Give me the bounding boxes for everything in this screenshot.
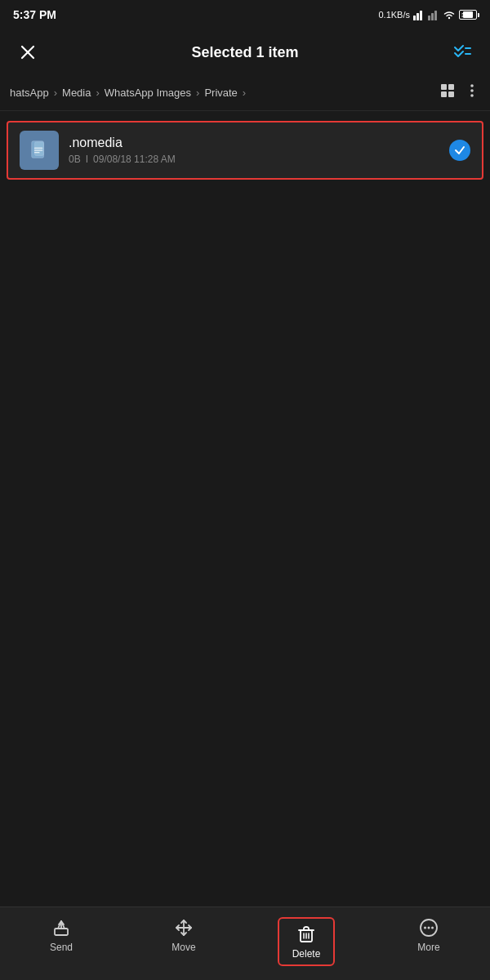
breadcrumb-actions	[439, 82, 480, 103]
delete-action[interactable]: Delete	[278, 917, 335, 966]
svg-point-33	[424, 927, 426, 929]
bottom-action-bar: Send Move Delete More	[0, 906, 490, 980]
svg-rect-3	[428, 16, 430, 20]
svg-point-34	[428, 927, 430, 929]
file-size: 0B	[69, 154, 81, 165]
breadcrumb: hatsApp › Media › WhatsApp Images › Priv…	[0, 75, 490, 111]
header-title: Selected 1 item	[42, 44, 448, 61]
file-meta-sep: I	[86, 154, 88, 165]
svg-point-15	[470, 84, 474, 87]
breadcrumb-sep-2: ›	[96, 87, 99, 99]
move-action[interactable]: Move	[155, 917, 212, 953]
battery-icon: 32	[459, 10, 477, 20]
breadcrumb-sep-1: ›	[54, 87, 57, 99]
checklist-icon	[452, 42, 472, 62]
svg-rect-0	[413, 16, 416, 20]
send-action[interactable]: Send	[33, 917, 90, 953]
breadcrumb-part-2[interactable]: Media	[62, 87, 91, 99]
delete-label: Delete	[292, 948, 321, 960]
file-list: .nomedia 0B I 09/08/18 11:28 AM	[0, 111, 490, 189]
more-options-button[interactable]	[464, 82, 480, 103]
svg-point-35	[431, 927, 434, 929]
breadcrumb-sep-3: ›	[196, 87, 199, 99]
svg-rect-2	[420, 11, 422, 20]
breadcrumb-part-4[interactable]: Private	[204, 87, 237, 99]
svg-point-6	[448, 17, 450, 19]
svg-rect-4	[431, 13, 434, 20]
network-speed: 0.1KB/s	[378, 10, 410, 20]
close-button[interactable]	[13, 38, 42, 67]
status-time: 5:37 PM	[13, 8, 56, 21]
svg-point-16	[470, 89, 474, 92]
more-icon	[418, 917, 439, 938]
svg-rect-1	[416, 13, 419, 20]
breadcrumb-sep-4: ›	[243, 87, 246, 99]
send-label: Send	[50, 942, 73, 953]
wifi-icon	[443, 9, 456, 20]
svg-rect-23	[55, 929, 68, 935]
svg-rect-11	[441, 84, 447, 90]
signal2-icon	[428, 9, 439, 20]
breadcrumb-part-1[interactable]: hatsApp	[10, 87, 49, 99]
file-selected-check	[449, 140, 470, 161]
move-label: Move	[172, 942, 195, 953]
send-icon	[51, 917, 72, 938]
svg-rect-19	[34, 142, 43, 156]
status-icons: 0.1KB/s 32	[378, 9, 477, 20]
document-icon	[29, 140, 50, 161]
delete-icon	[296, 924, 317, 945]
svg-rect-14	[448, 91, 454, 97]
header: Selected 1 item	[0, 29, 490, 75]
more-action[interactable]: More	[400, 917, 457, 953]
file-date: 09/08/18 11:28 AM	[93, 154, 176, 165]
file-meta: 0B I 09/08/18 11:28 AM	[69, 154, 449, 165]
breadcrumb-part-3[interactable]: WhatsApp Images	[105, 87, 191, 99]
svg-rect-13	[441, 91, 447, 97]
file-item-nomedia[interactable]: .nomedia 0B I 09/08/18 11:28 AM	[7, 121, 483, 180]
move-icon	[173, 917, 194, 938]
svg-rect-5	[434, 11, 437, 20]
checkmark-icon	[454, 145, 466, 156]
grid-view-button[interactable]	[439, 82, 456, 103]
status-bar: 5:37 PM 0.1KB/s 32	[0, 0, 490, 29]
file-icon	[20, 131, 59, 170]
signal-icon	[413, 9, 425, 20]
file-info: .nomedia 0B I 09/08/18 11:28 AM	[69, 136, 449, 165]
more-label: More	[417, 942, 439, 953]
checklist-button[interactable]	[448, 38, 477, 67]
file-name: .nomedia	[69, 136, 449, 150]
svg-point-17	[470, 94, 474, 97]
svg-rect-12	[448, 84, 454, 90]
